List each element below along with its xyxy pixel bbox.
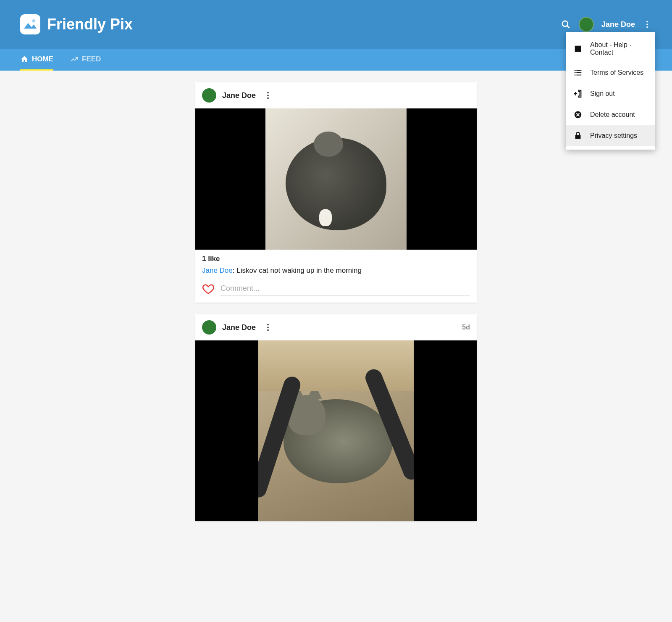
svg-point-4	[646, 21, 648, 23]
menu-delete-account[interactable]: Delete account	[566, 104, 655, 125]
svg-point-1	[32, 19, 35, 22]
list-icon	[573, 68, 583, 77]
header-menu-icon[interactable]	[643, 20, 652, 29]
caption-text: : Liskov cat not waking up in the mornin…	[233, 266, 362, 274]
svg-point-19	[267, 327, 269, 328]
tab-feed-label: FEED	[82, 55, 101, 63]
post-author[interactable]: Jane Doe	[222, 323, 256, 332]
post-body: 1 like Jane Doe: Liskov cat not waking u…	[195, 250, 477, 278]
cancel-icon	[573, 110, 583, 119]
lock-icon	[573, 131, 583, 140]
svg-point-5	[646, 24, 648, 25]
svg-point-17	[267, 98, 269, 99]
menu-privacy-settings[interactable]: Privacy settings	[566, 125, 655, 146]
svg-point-20	[267, 329, 269, 331]
post-header: Jane Doe	[195, 82, 477, 108]
svg-rect-14	[575, 135, 581, 139]
caption-author-link[interactable]: Jane Doe	[202, 266, 233, 274]
signout-icon	[573, 89, 583, 98]
svg-rect-11	[575, 75, 576, 76]
post-image[interactable]	[195, 340, 477, 521]
svg-rect-7	[575, 70, 576, 71]
menu-about[interactable]: About - Help - Contact	[566, 35, 655, 62]
header-right: Jane Doe	[560, 17, 652, 32]
app-logo-icon	[20, 14, 40, 34]
menu-about-label: About - Help - Contact	[590, 41, 648, 56]
post-card: Jane Doe 1 like Jane Doe: Liskov cat not…	[195, 82, 477, 303]
svg-line-3	[567, 26, 569, 28]
like-button-icon[interactable]	[202, 282, 215, 295]
tab-home-label: HOME	[32, 55, 53, 63]
header-username[interactable]: Jane Doe	[601, 20, 635, 29]
post-avatar[interactable]	[202, 88, 216, 103]
svg-rect-12	[576, 75, 581, 76]
menu-privacy-label: Privacy settings	[590, 132, 637, 140]
header-avatar[interactable]	[579, 17, 594, 32]
account-dropdown: About - Help - Contact Terms of Services…	[566, 32, 655, 150]
post-menu-icon[interactable]	[263, 323, 273, 332]
svg-point-2	[562, 21, 568, 26]
menu-terms[interactable]: Terms of Services	[566, 62, 655, 83]
comment-input[interactable]	[220, 282, 470, 296]
post-caption: Jane Doe: Liskov cat not waking up in th…	[202, 266, 470, 275]
logo-group[interactable]: Friendly Pix	[20, 14, 133, 34]
menu-terms-label: Terms of Services	[590, 69, 643, 76]
tab-feed[interactable]: FEED	[70, 49, 101, 71]
svg-point-18	[267, 324, 269, 326]
svg-point-6	[646, 26, 648, 28]
post-time: 5d	[462, 324, 470, 331]
menu-delete-label: Delete account	[590, 111, 635, 119]
post-header: Jane Doe 5d	[195, 314, 477, 340]
post-image[interactable]	[195, 108, 477, 250]
post-author[interactable]: Jane Doe	[222, 91, 256, 100]
tab-home[interactable]: HOME	[20, 49, 53, 71]
post-avatar[interactable]	[202, 320, 216, 335]
account-box-icon	[573, 44, 583, 53]
svg-point-15	[267, 92, 269, 94]
svg-point-16	[267, 95, 269, 96]
post-card: Jane Doe 5d	[195, 314, 477, 521]
svg-rect-0	[22, 16, 39, 33]
post-actions	[195, 278, 477, 303]
app-title: Friendly Pix	[47, 16, 133, 33]
menu-signout-label: Sign out	[590, 90, 615, 98]
post-menu-icon[interactable]	[263, 91, 273, 100]
svg-rect-10	[576, 72, 581, 73]
search-icon[interactable]	[560, 19, 571, 30]
svg-rect-8	[576, 70, 581, 71]
post-likes[interactable]: 1 like	[202, 255, 470, 263]
menu-signout[interactable]: Sign out	[566, 83, 655, 104]
svg-rect-9	[575, 72, 576, 73]
